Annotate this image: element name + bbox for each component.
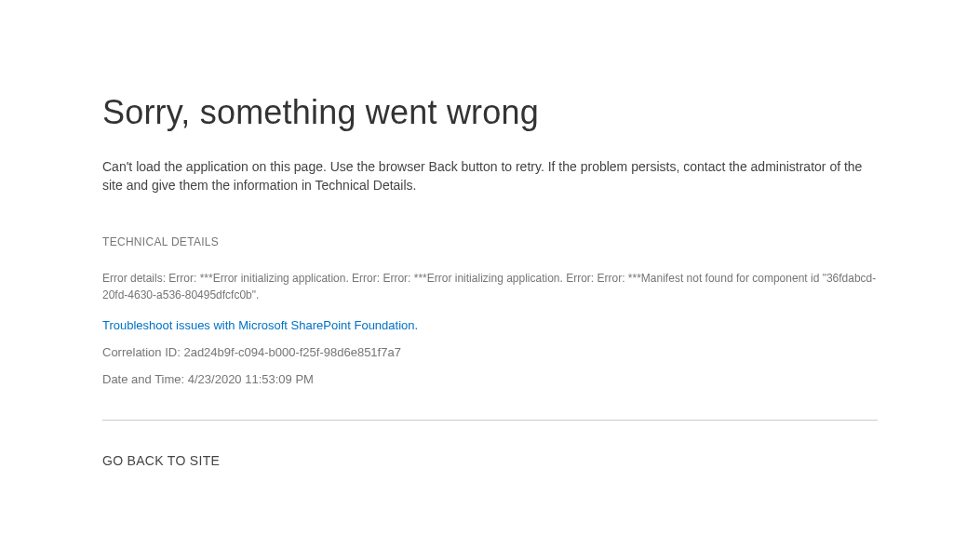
go-back-link[interactable]: GO BACK TO SITE — [102, 453, 220, 468]
error-message: Can't load the application on this page.… — [102, 158, 878, 194]
troubleshoot-link[interactable]: Troubleshoot issues with Microsoft Share… — [102, 318, 418, 332]
section-divider — [102, 420, 878, 421]
error-title: Sorry, something went wrong — [102, 93, 878, 132]
technical-details-heading: TECHNICAL DETAILS — [102, 235, 878, 248]
error-details-text: Error details: Error: ***Error initializ… — [102, 271, 878, 303]
date-time: Date and Time: 4/23/2020 11:53:09 PM — [102, 372, 878, 386]
correlation-id: Correlation ID: 2ad24b9f-c094-b000-f25f-… — [102, 345, 878, 359]
error-page-container: Sorry, something went wrong Can't load t… — [0, 0, 980, 469]
